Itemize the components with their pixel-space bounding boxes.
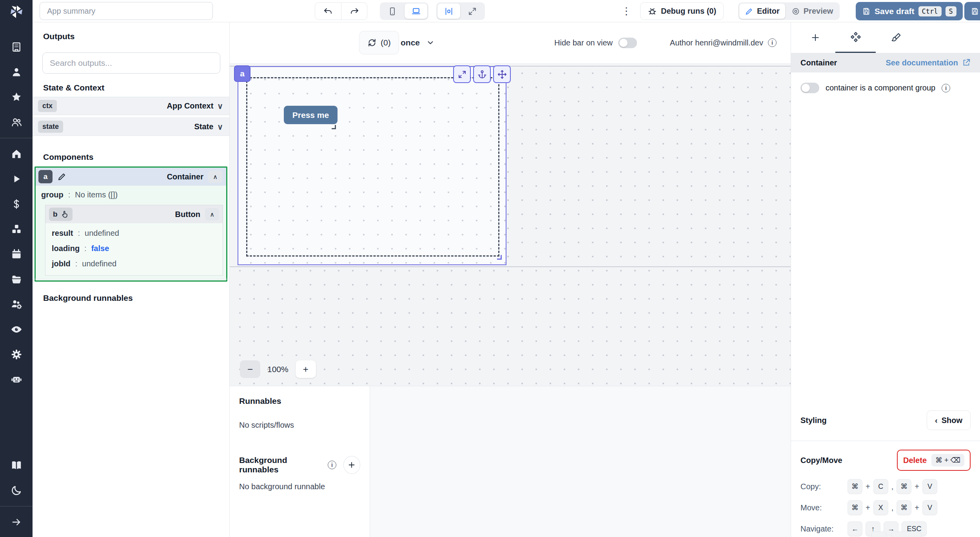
expand-handle-icon[interactable] — [453, 65, 471, 83]
clipped-shortcut-row — [871, 532, 922, 537]
variables-dollar-icon[interactable] — [0, 192, 33, 217]
container-component-header[interactable]: a Container ∧ — [36, 168, 226, 186]
canvas-grid[interactable]: a Press me − 100% + — [230, 63, 791, 386]
user-icon[interactable] — [0, 60, 33, 85]
button-component-header[interactable]: b Button ∧ — [45, 205, 223, 223]
home-icon[interactable] — [0, 141, 33, 166]
collapse-container-button[interactable]: ∧ — [208, 170, 222, 183]
resources-cubes-icon[interactable] — [0, 217, 33, 242]
refresh-button[interactable]: (0) — [359, 31, 399, 54]
bottom-panel-empty-area — [370, 386, 791, 537]
component-header: Container See documentation — [791, 53, 980, 72]
search-outputs-input[interactable] — [42, 52, 220, 74]
chevron-left-icon: ‹ — [935, 416, 938, 425]
audit-eye-icon[interactable] — [0, 317, 33, 342]
hide-bar-toggle[interactable] — [618, 38, 637, 48]
workspace-icon[interactable] — [0, 34, 33, 60]
runs-play-icon[interactable] — [0, 166, 33, 192]
add-background-runnable-button[interactable] — [343, 456, 360, 474]
button-type-label: Button — [175, 210, 200, 219]
copy-shortcut-row: Copy: ⌘ + C , ⌘ + V — [800, 479, 937, 494]
button-resize-handle[interactable] — [332, 125, 336, 129]
editor-preview-group: Editor Preview — [738, 2, 840, 20]
chevron-down-icon[interactable]: ∨ — [217, 122, 223, 132]
app-canvas: (0) once Hide bar on view Author henri@w… — [230, 22, 791, 386]
schedule-dropdown[interactable]: once — [401, 31, 435, 54]
zoom-out-button[interactable]: − — [240, 360, 260, 378]
collapse-arrow-icon[interactable] — [0, 510, 33, 535]
bottom-panel: Runnables No scripts/flows Background ru… — [230, 386, 791, 537]
app-sidebar — [0, 0, 33, 537]
star-icon[interactable] — [0, 85, 33, 110]
deploy-button[interactable]: Deploy — [964, 2, 980, 20]
more-menu-button[interactable]: ⋮ — [621, 3, 632, 19]
s-key-chip: S — [946, 6, 956, 16]
prop-result: result : undefined — [45, 226, 223, 241]
desktop-view-button[interactable] — [405, 4, 427, 19]
groups-settings-icon[interactable] — [0, 292, 33, 317]
layout-toggle-group — [436, 2, 485, 20]
state-row[interactable]: state State ∨ — [33, 118, 229, 136]
container-component[interactable]: a Press me — [238, 66, 506, 265]
edit-pencil-icon[interactable] — [57, 172, 67, 181]
styling-title: Styling — [800, 416, 827, 425]
info-icon[interactable]: i — [328, 461, 336, 469]
outputs-title: Outputs — [43, 32, 74, 41]
dark-mode-moon-icon[interactable] — [0, 478, 33, 503]
folders-icon[interactable] — [0, 267, 33, 292]
settings-gear-icon[interactable] — [0, 342, 33, 367]
copy-move-title: Copy/Move — [800, 456, 842, 465]
move-shortcut-row: Move: ⌘ + X , ⌘ + V — [800, 500, 937, 515]
fullscreen-layout-button[interactable] — [461, 4, 484, 19]
bug-icon — [648, 7, 657, 16]
hand-pointer-icon — [61, 210, 69, 218]
tab-component-settings[interactable] — [835, 22, 876, 53]
container-resize-handle[interactable] — [497, 255, 502, 260]
editor-tab[interactable]: Editor — [739, 4, 785, 19]
settings-tabs — [791, 22, 980, 53]
windmill-logo[interactable] — [0, 0, 33, 24]
info-icon[interactable]: i — [768, 38, 777, 47]
chevron-down-icon[interactable]: ∨ — [217, 101, 223, 111]
v-keycap: V — [922, 500, 937, 515]
debug-runs-button[interactable]: Debug runs (0) — [640, 2, 724, 20]
anchor-handle-icon[interactable] — [473, 65, 491, 83]
runnables-title: Runnables — [239, 396, 360, 406]
ai-robot-icon[interactable] — [0, 367, 33, 392]
device-toggle-group — [380, 2, 428, 20]
info-icon[interactable]: i — [942, 84, 950, 92]
canvas-toolbar: (0) once Hide bar on view Author henri@w… — [230, 22, 791, 63]
runnables-empty-text: No scripts/flows — [239, 421, 360, 430]
app-summary-input[interactable] — [40, 2, 213, 20]
see-documentation-link[interactable]: See documentation — [886, 58, 971, 67]
collapse-button-button[interactable]: ∧ — [205, 208, 219, 221]
grid-row-line — [230, 266, 791, 267]
container-id-badge[interactable]: a — [38, 170, 53, 183]
undo-button[interactable] — [315, 3, 341, 20]
tab-insert-component[interactable] — [795, 22, 835, 53]
delete-component-button[interactable]: Delete ⌘ + ⌫ — [897, 450, 971, 471]
docs-book-icon[interactable] — [0, 453, 33, 478]
users-icon[interactable] — [0, 110, 33, 135]
external-link-icon — [962, 58, 971, 67]
undo-redo-group — [315, 2, 367, 20]
button-id-badge[interactable]: b — [49, 208, 73, 221]
container-drag-badge[interactable]: a — [234, 65, 250, 82]
ctx-row[interactable]: ctx App Context ∨ — [33, 97, 229, 115]
save-draft-button[interactable]: Save draft Ctrl S — [856, 2, 963, 20]
background-runnables-empty-text: No background runnable — [239, 482, 360, 491]
component-group-toggle[interactable] — [800, 83, 819, 93]
center-layout-button[interactable] — [437, 4, 460, 19]
redo-button[interactable] — [341, 3, 367, 20]
cmd-keycap: ⌘ — [848, 479, 862, 494]
preview-tab[interactable]: Preview — [786, 4, 839, 19]
press-me-button[interactable]: Press me — [284, 106, 338, 124]
author-label: Author henri@windmill.dev — [670, 38, 763, 47]
tab-styling-brush[interactable] — [876, 22, 916, 53]
mobile-view-button[interactable] — [381, 4, 404, 19]
move-handle-icon[interactable] — [493, 65, 511, 83]
background-runnables-heading: Background runnables — [239, 456, 323, 474]
show-styling-button[interactable]: ‹ Show — [927, 410, 971, 430]
schedules-calendar-icon[interactable] — [0, 242, 33, 267]
zoom-in-button[interactable]: + — [296, 360, 316, 378]
